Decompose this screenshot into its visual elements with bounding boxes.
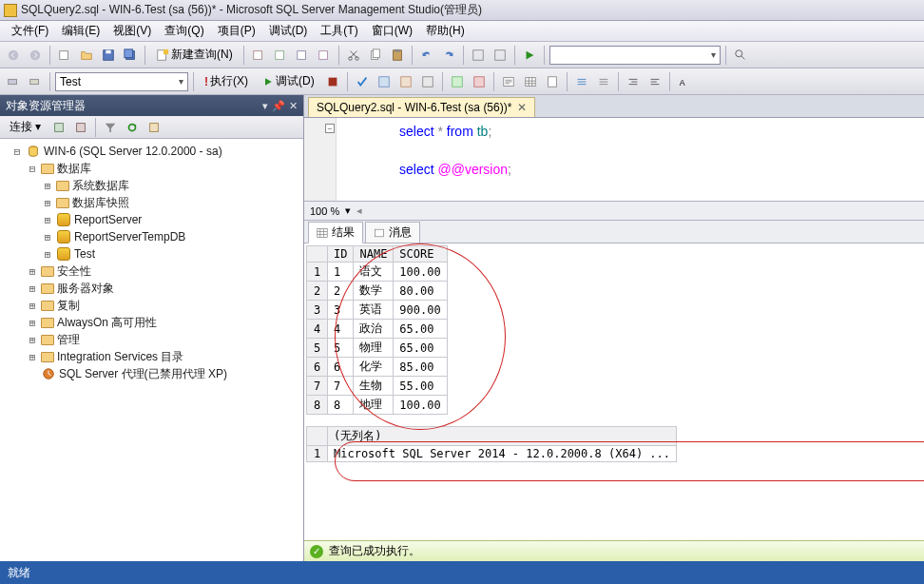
tb-icon-misc2[interactable] <box>491 46 510 65</box>
results-file-icon[interactable] <box>543 72 562 91</box>
expand-icon[interactable]: ⊞ <box>27 334 38 346</box>
tree-agent-node[interactable]: ⊞SQL Server 代理(已禁用代理 XP) <box>0 365 303 382</box>
new-project-icon[interactable] <box>55 46 74 65</box>
tree-testdb-node[interactable]: ⊞Test <box>0 245 303 263</box>
oe-pin-icon[interactable]: 📌 <box>272 100 285 112</box>
expand-icon[interactable]: ⊞ <box>27 300 38 312</box>
oe-tool-2[interactable] <box>71 118 90 137</box>
expand-icon[interactable]: ⊞ <box>27 265 38 278</box>
cut-icon[interactable] <box>344 46 363 65</box>
tree-alwayson-node[interactable]: ⊞AlwaysOn 高可用性 <box>0 314 303 331</box>
zoom-dropdown-icon[interactable]: ▾ <box>345 204 351 217</box>
menu-debug[interactable]: 调试(D) <box>263 21 314 41</box>
oe-tool-1[interactable] <box>49 118 68 137</box>
tree-server-node[interactable]: ⊟WIN-6 (SQL Server 12.0.2000 - sa) <box>0 143 303 160</box>
tree-replication-node[interactable]: ⊞复制 <box>0 297 303 314</box>
outdent-icon[interactable] <box>645 72 664 91</box>
menu-window[interactable]: 窗口(W) <box>366 21 418 41</box>
results-text-icon[interactable] <box>499 72 518 91</box>
save-all-icon[interactable] <box>121 46 140 65</box>
results-grid-1[interactable]: IDNAMESCORE 11语文100.00 22数学80.00 33英语900… <box>306 245 448 415</box>
tb-icon-4[interactable] <box>315 46 334 65</box>
menu-edit[interactable]: 编辑(E) <box>56 21 106 41</box>
tree-security-node[interactable]: ⊞安全性 <box>0 263 303 280</box>
expand-icon[interactable]: ⊞ <box>42 214 53 226</box>
oe-filter-icon[interactable] <box>101 118 120 137</box>
document-tab[interactable]: SQLQuery2.sql - WIN-6.Test (sa (56))* ✕ <box>308 97 535 117</box>
uncomment-icon[interactable] <box>594 72 613 91</box>
tree-databases-node[interactable]: ⊟数据库 <box>0 160 303 177</box>
comment-icon[interactable] <box>572 72 591 91</box>
redo-icon[interactable] <box>439 46 458 65</box>
query-options-icon[interactable] <box>396 72 415 91</box>
execute-button[interactable]: ! 执行(X) <box>199 71 254 91</box>
collapse-icon[interactable]: ⊟ <box>27 163 38 175</box>
stop-icon[interactable] <box>323 72 342 91</box>
sql-editor[interactable]: − select * from tb; select @@version; <box>304 118 924 202</box>
oe-close-icon[interactable]: ✕ <box>289 100 298 112</box>
window-titlebar: SQLQuery2.sql - WIN-6.Test (sa (56))* - … <box>0 0 924 21</box>
tb-icon-1[interactable] <box>249 46 268 65</box>
tree-management-node[interactable]: ⊞管理 <box>0 331 303 348</box>
tree-snapshots-node[interactable]: ⊞数据库快照 <box>0 194 303 211</box>
database-combo[interactable]: Test <box>55 72 188 91</box>
open-icon[interactable] <box>77 46 96 65</box>
oe-dropdown-icon[interactable]: ▾ <box>262 100 268 112</box>
results-grid-icon[interactable] <box>521 72 540 91</box>
tb-icon-3[interactable] <box>293 46 312 65</box>
paste-icon[interactable] <box>388 46 407 65</box>
expand-icon[interactable]: ⊞ <box>27 282 38 295</box>
include-plan-icon[interactable] <box>448 72 467 91</box>
expand-icon[interactable]: ⊞ <box>42 180 53 192</box>
parse-icon[interactable] <box>353 72 372 91</box>
tb2-icon-2[interactable] <box>26 72 45 91</box>
tab-close-icon[interactable]: ✕ <box>517 101 527 114</box>
messages-tab[interactable]: 消息 <box>365 222 420 243</box>
intellisense-icon[interactable] <box>418 72 437 91</box>
expand-icon[interactable]: ⊞ <box>42 231 53 243</box>
menu-view[interactable]: 视图(V) <box>107 21 157 41</box>
collapse-icon[interactable]: ⊟ <box>11 146 23 158</box>
nav-back-icon[interactable] <box>4 46 23 65</box>
tree-integration-node[interactable]: ⊞Integration Services 目录 <box>0 348 303 365</box>
tree-reportserver-node[interactable]: ⊞ReportServer <box>0 211 303 228</box>
change-connection-icon[interactable] <box>4 72 23 91</box>
debug-button[interactable]: 调试(D) <box>257 71 320 91</box>
oe-tool-3[interactable] <box>144 118 164 137</box>
client-stats-icon[interactable] <box>470 72 489 91</box>
svg-rect-6 <box>125 49 133 57</box>
expand-icon[interactable]: ⊞ <box>27 317 38 329</box>
region-collapse-icon[interactable]: − <box>325 124 335 133</box>
zoom-level[interactable]: 100 % <box>310 205 339 217</box>
estimated-plan-icon[interactable] <box>375 72 394 91</box>
specify-values-icon[interactable]: A <box>675 72 694 91</box>
solution-config-combo[interactable] <box>549 46 721 65</box>
results-pane[interactable]: IDNAMESCORE 11语文100.00 22数学80.00 33英语900… <box>304 243 924 540</box>
tree-reportservertemp-node[interactable]: ⊞ReportServerTempDB <box>0 228 303 245</box>
menu-query[interactable]: 查询(Q) <box>159 21 209 41</box>
nav-fwd-icon[interactable] <box>26 46 45 65</box>
oe-refresh-icon[interactable] <box>123 118 142 137</box>
menu-tools[interactable]: 工具(T) <box>315 21 363 41</box>
tb-icon-2[interactable] <box>271 46 290 65</box>
results-tab[interactable]: 结果 <box>308 222 363 243</box>
connect-button[interactable]: 连接 ▾ <box>4 117 47 137</box>
find-icon[interactable] <box>731 46 750 65</box>
undo-icon[interactable] <box>417 46 436 65</box>
tb-icon-misc1[interactable] <box>469 46 488 65</box>
svg-point-1 <box>30 49 41 60</box>
menu-help[interactable]: 帮助(H) <box>420 21 471 41</box>
expand-icon[interactable]: ⊞ <box>42 197 53 209</box>
results-grid-2[interactable]: (无列名) 1Microsoft SQL Server 2014 - 12.0.… <box>306 426 677 462</box>
expand-icon[interactable]: ⊞ <box>42 248 53 261</box>
start-icon[interactable] <box>520 46 539 65</box>
indent-icon[interactable] <box>624 72 643 91</box>
tree-sysdb-node[interactable]: ⊞系统数据库 <box>0 177 303 194</box>
menu-project[interactable]: 项目(P) <box>212 21 261 41</box>
copy-icon[interactable] <box>366 46 385 65</box>
tree-serverobjects-node[interactable]: ⊞服务器对象 <box>0 280 303 297</box>
save-icon[interactable] <box>99 46 118 65</box>
menu-file[interactable]: 文件(F) <box>6 21 54 41</box>
expand-icon[interactable]: ⊞ <box>27 351 38 363</box>
new-query-button[interactable]: 新建查询(N) <box>150 45 239 65</box>
